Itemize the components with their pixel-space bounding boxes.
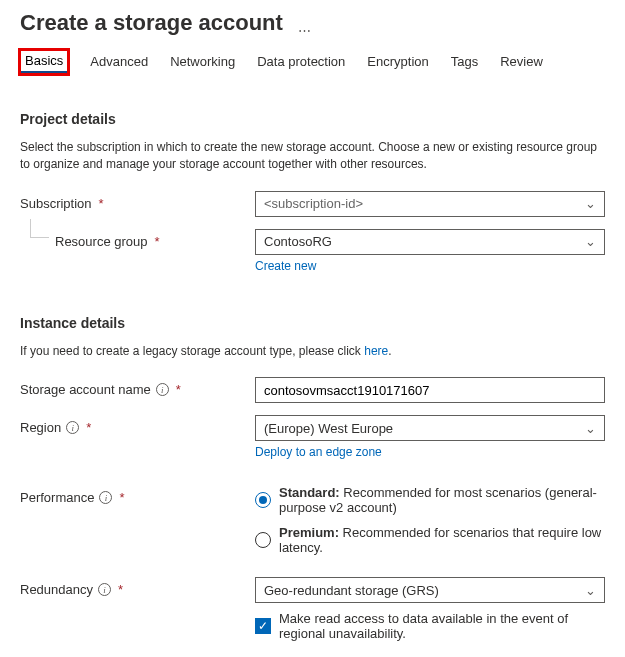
instance-details-desc: If you need to create a legacy storage a… <box>20 343 605 360</box>
redundancy-select[interactable]: Geo-redundant storage (GRS) ⌄ <box>255 577 605 603</box>
chevron-down-icon: ⌄ <box>585 421 596 436</box>
region-label: Region i * <box>20 415 255 435</box>
info-icon[interactable]: i <box>99 491 112 504</box>
performance-label: Performance i * <box>20 485 255 505</box>
performance-standard-radio[interactable]: Standard: Recommended for most scenarios… <box>255 485 605 515</box>
tab-basics[interactable]: Basics <box>20 50 68 74</box>
instance-details-heading: Instance details <box>20 315 605 331</box>
tab-review[interactable]: Review <box>500 50 543 74</box>
project-details-desc: Select the subscription in which to crea… <box>20 139 605 173</box>
tab-advanced[interactable]: Advanced <box>90 50 148 74</box>
resource-group-label: Resource group* <box>20 229 255 249</box>
radio-icon <box>255 532 271 548</box>
radio-icon <box>255 492 271 508</box>
read-access-checkbox[interactable]: ✓ Make read access to data available in … <box>255 611 605 641</box>
chevron-down-icon: ⌄ <box>585 196 596 211</box>
info-icon[interactable]: i <box>98 583 111 596</box>
tab-data-protection[interactable]: Data protection <box>257 50 345 74</box>
page-title: Create a storage account <box>20 10 283 36</box>
resource-group-select[interactable]: ContosoRG ⌄ <box>255 229 605 255</box>
tab-encryption[interactable]: Encryption <box>367 50 428 74</box>
edge-zone-link[interactable]: Deploy to an edge zone <box>255 445 382 459</box>
more-icon[interactable]: ⋯ <box>298 23 311 38</box>
chevron-down-icon: ⌄ <box>585 234 596 249</box>
info-icon[interactable]: i <box>156 383 169 396</box>
subscription-select[interactable]: <subscription-id> ⌄ <box>255 191 605 217</box>
checkbox-icon: ✓ <box>255 618 271 634</box>
region-select[interactable]: (Europe) West Europe ⌄ <box>255 415 605 441</box>
project-details-heading: Project details <box>20 111 605 127</box>
redundancy-label: Redundancy i * <box>20 577 255 597</box>
storage-name-input[interactable] <box>255 377 605 403</box>
tab-networking[interactable]: Networking <box>170 50 235 74</box>
create-new-link[interactable]: Create new <box>255 259 316 273</box>
subscription-label: Subscription* <box>20 191 255 211</box>
tab-tags[interactable]: Tags <box>451 50 478 74</box>
chevron-down-icon: ⌄ <box>585 583 596 598</box>
storage-name-label: Storage account name i * <box>20 377 255 397</box>
legacy-here-link[interactable]: here <box>364 344 388 358</box>
tab-bar: Basics Advanced Networking Data protecti… <box>20 50 605 75</box>
info-icon[interactable]: i <box>66 421 79 434</box>
performance-premium-radio[interactable]: Premium: Recommended for scenarios that … <box>255 525 605 555</box>
